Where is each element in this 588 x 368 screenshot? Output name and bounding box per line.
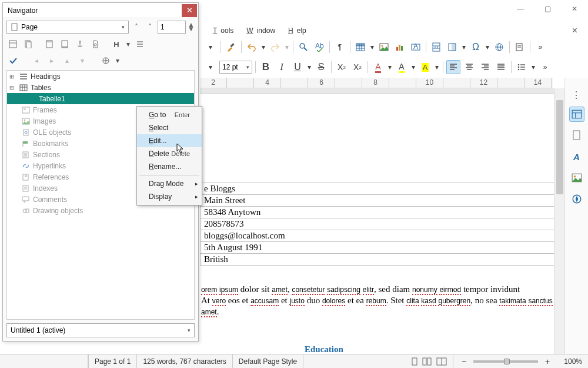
ctx-dragmode[interactable]: Drag Mode — [137, 177, 202, 190]
insert-textbox-icon[interactable]: A — [409, 40, 423, 54]
header-icon[interactable] — [43, 38, 56, 51]
move-up-icon[interactable]: ▴ — [61, 54, 74, 67]
dropdown-icon[interactable]: ▾ — [125, 38, 131, 51]
status-page[interactable]: Page 1 of 1 — [88, 354, 137, 368]
align-right-icon[interactable] — [478, 60, 492, 74]
dropdown-icon[interactable]: ▾ — [369, 40, 375, 54]
multi-page-view-icon[interactable] — [422, 357, 433, 366]
zoom-out-icon[interactable]: − — [459, 357, 469, 366]
char-highlight-icon[interactable]: A — [418, 60, 432, 74]
zoom-percent[interactable]: 100% — [558, 354, 588, 368]
page-number-field[interactable] — [158, 21, 186, 34]
dropdown-icon[interactable]: ▾ — [485, 40, 490, 54]
anchor-icon[interactable] — [74, 38, 86, 51]
ctx-edit[interactable]: Edit... — [137, 134, 202, 147]
check-icon[interactable] — [6, 54, 19, 67]
drag-mode-icon[interactable] — [99, 54, 112, 67]
styles-panel-icon[interactable]: A — [569, 149, 584, 164]
insert-image-icon[interactable] — [377, 40, 391, 54]
font-color-icon[interactable]: A — [371, 60, 385, 74]
underline-icon[interactable]: U — [290, 60, 305, 74]
document-area[interactable]: e BloggsMain Street58348 Anytown20857857… — [200, 88, 554, 354]
spin-down-icon[interactable]: ▼ — [188, 27, 195, 31]
find-icon[interactable] — [296, 40, 310, 54]
dropdown-icon[interactable]: ▾ — [260, 40, 266, 54]
formatting-marks-icon[interactable]: ¶ — [333, 40, 347, 54]
dropdown-icon[interactable]: ▾ — [410, 60, 416, 74]
ctx-display[interactable]: Display — [137, 190, 202, 203]
navigate-by-combo[interactable]: Page▾ — [6, 21, 129, 34]
ctx-goto[interactable]: Go toEnter — [137, 108, 202, 121]
insert-chart-icon[interactable] — [393, 40, 407, 54]
align-center-icon[interactable] — [462, 60, 476, 74]
toggle-master-icon[interactable] — [22, 38, 35, 51]
promote-chapter-icon[interactable]: ◂ — [30, 54, 43, 67]
more-icon[interactable]: » — [538, 60, 552, 74]
demote-chapter-icon[interactable]: ▸ — [45, 54, 58, 67]
tree-drawing[interactable]: Drawing objects — [7, 205, 194, 216]
undo-icon[interactable] — [245, 40, 259, 54]
vertical-scrollbar[interactable] — [554, 88, 564, 354]
dropdown-icon[interactable]: ▾ — [203, 40, 218, 54]
book-view-icon[interactable] — [436, 357, 447, 366]
tree-item-tabelle1[interactable]: Tabelle1 — [7, 93, 194, 104]
zoom-in-icon[interactable]: + — [543, 357, 552, 366]
italic-icon[interactable]: I — [275, 60, 289, 74]
content-view-icon[interactable] — [6, 38, 19, 51]
ctx-rename[interactable]: Rename... — [137, 160, 202, 173]
align-left-icon[interactable] — [446, 60, 460, 74]
next-icon[interactable]: ˅ — [144, 21, 156, 33]
properties-panel-icon[interactable] — [569, 107, 584, 122]
navigator-panel-icon[interactable] — [569, 191, 584, 207]
strikethrough-icon[interactable]: S — [314, 60, 328, 74]
ctx-select[interactable]: Select — [137, 121, 202, 134]
navigator-close-button[interactable]: ✕ — [182, 4, 197, 17]
sidebar-menu-icon[interactable]: ⋮ — [572, 89, 582, 101]
hyperlink-icon[interactable] — [492, 40, 506, 54]
close-document-button[interactable]: × — [569, 24, 581, 37]
page-panel-icon[interactable] — [569, 128, 584, 143]
footer-icon[interactable] — [58, 38, 71, 51]
reminder-icon[interactable] — [89, 38, 102, 51]
special-char-icon[interactable]: Ω — [469, 40, 483, 54]
heading-levels-icon[interactable]: H — [110, 38, 123, 51]
font-size-field[interactable]: 12 pt▾ — [219, 61, 252, 74]
previous-icon[interactable]: ˄ — [131, 21, 142, 33]
tree-tables[interactable]: ⊟Tables — [7, 82, 194, 93]
dropdown-icon[interactable]: ▾ — [434, 60, 440, 74]
menu-help[interactable]: Help — [281, 25, 310, 36]
gallery-panel-icon[interactable] — [569, 170, 584, 185]
highlight-icon[interactable]: A — [395, 60, 409, 74]
zoom-slider[interactable] — [473, 360, 538, 363]
insert-table-icon[interactable] — [353, 40, 368, 54]
dropdown-icon[interactable]: ▾ — [306, 60, 312, 74]
menu-tools[interactable]: TToolsools — [206, 25, 237, 36]
menu-window[interactable]: Window — [239, 25, 279, 36]
close-button[interactable]: ✕ — [561, 0, 588, 18]
dropdown-icon[interactable]: ▾ — [284, 40, 290, 54]
align-justify-icon[interactable] — [494, 60, 508, 74]
bullets-icon[interactable] — [514, 60, 529, 74]
footnote-icon[interactable] — [513, 40, 527, 54]
move-down-icon[interactable]: ▾ — [76, 54, 89, 67]
status-wordcount[interactable]: 125 words, 767 characters — [137, 354, 232, 368]
dropdown-icon[interactable]: ▾ — [115, 54, 121, 67]
dropdown-icon[interactable]: ▾ — [387, 60, 393, 74]
more-icon[interactable]: » — [533, 40, 547, 54]
single-page-view-icon[interactable] — [410, 357, 419, 366]
status-pagestyle[interactable]: Default Page Style — [233, 354, 303, 368]
navigator-active-doc-combo[interactable]: Untitled 1 (active)▾ — [6, 323, 195, 337]
redo-icon[interactable] — [268, 40, 282, 54]
ctx-delete[interactable]: DeleteDelete — [137, 147, 202, 160]
dropdown-icon[interactable]: ▾ — [203, 60, 218, 74]
document-table[interactable]: e BloggsMain Street58348 Anytown20857857… — [200, 183, 554, 266]
insert-field-icon[interactable] — [445, 40, 459, 54]
tree-headings[interactable]: ⊞Headings — [7, 71, 194, 82]
dropdown-icon[interactable]: ▾ — [530, 60, 536, 74]
paintbrush-icon[interactable] — [224, 40, 238, 54]
superscript-icon[interactable]: X2 — [335, 60, 349, 74]
page-break-icon[interactable] — [429, 40, 443, 54]
spellcheck-icon[interactable]: Abç — [312, 40, 326, 54]
list-box-icon[interactable] — [133, 38, 146, 51]
maximize-button[interactable]: ▢ — [534, 0, 561, 18]
